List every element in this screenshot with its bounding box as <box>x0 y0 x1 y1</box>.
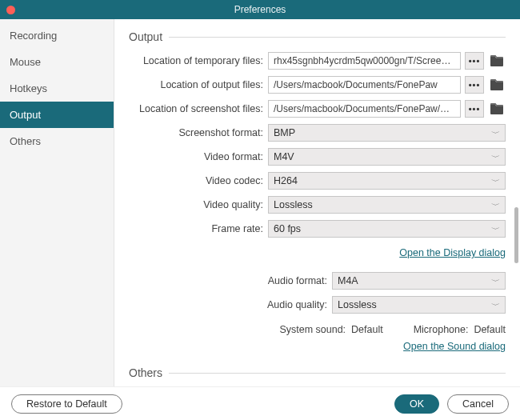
output-files-input[interactable]: /Users/macbook/Documents/FonePaw <box>268 76 461 94</box>
section-others-heading: Others <box>129 366 506 379</box>
label-audio-quality: Audio quality: <box>129 299 332 310</box>
section-output-heading: Output <box>129 30 506 43</box>
label-video-codec: Video codec: <box>129 175 268 186</box>
screenshot-files-input[interactable]: /Users/macbook/Documents/FonePaw/Snapsho… <box>268 100 461 118</box>
sidebar-item-recording[interactable]: Recording <box>0 22 114 49</box>
audio-format-select[interactable]: M4A﹀ <box>332 272 506 290</box>
chevron-down-icon: ﹀ <box>491 199 500 210</box>
video-codec-select[interactable]: H264﹀ <box>268 172 506 190</box>
cancel-button[interactable]: Cancel <box>447 394 509 414</box>
open-display-dialog-link[interactable]: Open the Display dialog <box>399 247 506 258</box>
temp-files-more-button[interactable]: ••• <box>465 52 484 70</box>
sidebar-item-others[interactable]: Others <box>0 128 114 154</box>
label-screenshot-files: Location of screenshot files: <box>129 103 268 114</box>
microphone-value: Default <box>474 324 506 335</box>
label-temp-files: Location of temporary files: <box>129 55 268 66</box>
chevron-down-icon: ﹀ <box>491 275 500 286</box>
screenshot-format-select[interactable]: BMP﹀ <box>268 124 506 142</box>
video-quality-select[interactable]: Lossless﹀ <box>268 196 506 214</box>
output-files-folder-button[interactable] <box>488 76 506 94</box>
window-title: Preferences <box>0 4 520 15</box>
open-sound-dialog-link[interactable]: Open the Sound dialog <box>403 341 506 352</box>
label-audio-format: Audio format: <box>129 275 332 286</box>
titlebar: Preferences <box>0 0 520 19</box>
footer: Restore to Default OK Cancel <box>0 386 520 420</box>
scrollbar-thumb[interactable] <box>514 207 518 263</box>
label-video-quality: Video quality: <box>129 199 268 210</box>
temp-files-input[interactable]: rhx45sgnbh4ycrdm5qw0000gn/T/Screen Recor… <box>268 52 461 70</box>
temp-files-folder-button[interactable] <box>488 52 506 70</box>
ok-button[interactable]: OK <box>394 394 439 414</box>
label-screenshot-format: Screenshot format: <box>129 127 268 138</box>
label-frame-rate: Frame rate: <box>129 223 268 234</box>
sidebar-item-output[interactable]: Output <box>0 102 114 128</box>
label-output-files: Location of output files: <box>129 79 268 90</box>
restore-default-button[interactable]: Restore to Default <box>11 394 122 414</box>
folder-icon <box>490 103 504 114</box>
system-sound-value: Default <box>351 324 383 335</box>
chevron-down-icon: ﹀ <box>491 299 500 310</box>
video-format-select[interactable]: M4V﹀ <box>268 148 506 166</box>
chevron-down-icon: ﹀ <box>491 175 500 186</box>
folder-icon <box>490 55 504 66</box>
screenshot-files-more-button[interactable]: ••• <box>465 100 484 118</box>
sidebar: Recording Mouse Hotkeys Output Others <box>0 19 114 386</box>
sidebar-item-hotkeys[interactable]: Hotkeys <box>0 75 114 102</box>
chevron-down-icon: ﹀ <box>491 223 500 234</box>
screenshot-files-folder-button[interactable] <box>488 100 506 118</box>
content-pane: Output Location of temporary files: rhx4… <box>114 19 520 386</box>
output-files-more-button[interactable]: ••• <box>465 76 484 94</box>
audio-device-row: System sound: Default Microphone: Defaul… <box>129 319 506 337</box>
chevron-down-icon: ﹀ <box>491 127 500 138</box>
chevron-down-icon: ﹀ <box>491 151 500 162</box>
frame-rate-select[interactable]: 60 fps﹀ <box>268 220 506 238</box>
audio-quality-select[interactable]: Lossless﹀ <box>332 296 506 314</box>
folder-icon <box>490 79 504 90</box>
label-video-format: Video format: <box>129 151 268 162</box>
sidebar-item-mouse[interactable]: Mouse <box>0 49 114 75</box>
